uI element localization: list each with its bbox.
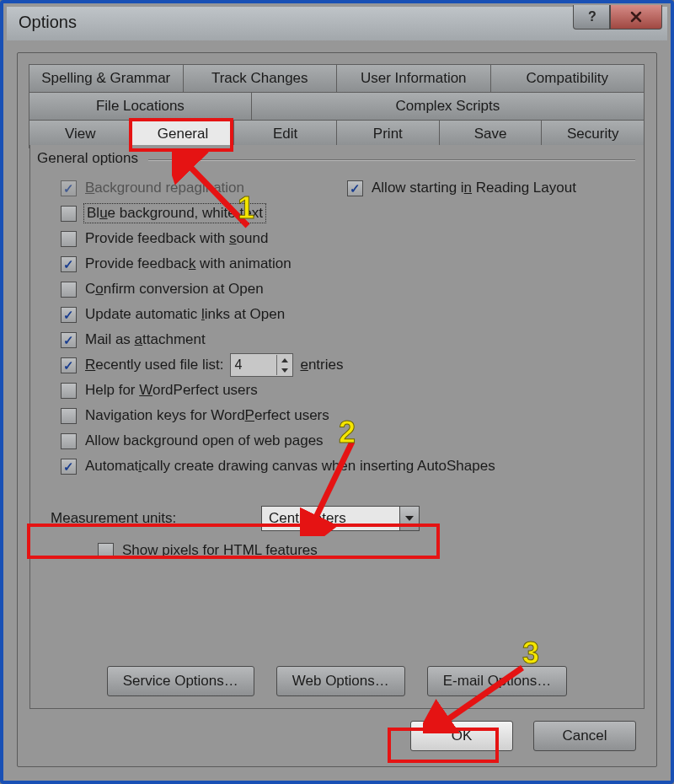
service-options-button[interactable]: Service Options… [107,666,254,696]
checkbox-navkeys-wordperfect[interactable] [61,408,77,424]
label-background-repagination: Background repagination [85,180,244,196]
spinner-down-icon[interactable] [277,365,292,375]
general-panel: General options Allow starting in Readin… [29,145,645,709]
checkbox-show-pixels-html[interactable] [98,543,114,559]
label-confirm-conversion: Confirm conversion at Open [85,281,264,298]
label-recent-files: Recently used file list: [85,357,223,373]
spinner-arrows[interactable] [276,355,292,375]
checkbox-background-open-web[interactable] [61,433,77,449]
tab-security[interactable]: Security [541,120,645,148]
tab-print[interactable]: Print [336,120,440,148]
tab-edit[interactable]: Edit [233,120,337,148]
svg-text:?: ? [588,9,596,24]
combo-value: Centimeters [262,510,399,527]
dialog-client: Spelling & Grammar Track Changes User In… [17,52,657,767]
group-divider [148,159,635,160]
checkbox-blue-background[interactable] [61,206,77,222]
checkbox-feedback-animation[interactable] [61,256,77,272]
label-entries: entries [300,357,343,373]
window-title: Options [19,13,77,32]
label-navkeys-wordperfect: Navigation keys for WordPerfect users [85,407,329,424]
checkbox-mail-attachment[interactable] [61,332,77,348]
label-show-pixels-html: Show pixels for HTML features [122,542,318,559]
options-dialog: Options ? Spelling & Grammar Track Chang… [0,0,674,784]
ok-button[interactable]: OK [410,721,513,751]
input-recent-files[interactable] [231,355,276,375]
tab-compatibility[interactable]: Compatibility [490,64,645,93]
label-update-links: Update automatic links at Open [85,306,285,323]
label-auto-canvas: Automatically create drawing canvas when… [85,458,495,475]
tab-general[interactable]: General [131,120,235,148]
checkbox-auto-canvas[interactable] [61,459,77,475]
checkbox-background-repagination [61,180,77,196]
label-help-wordperfect: Help for WordPerfect users [85,382,258,399]
label-feedback-sound: Provide feedback with sound [85,230,268,247]
label-mail-attachment: Mail as attachment [85,331,206,348]
checkbox-confirm-conversion[interactable] [61,282,77,298]
tab-user-information[interactable]: User Information [336,64,491,93]
tab-strip: Spelling & Grammar Track Changes User In… [29,65,645,146]
label-blue-background: Blue background, white text [85,205,265,222]
help-button[interactable]: ? [573,5,610,30]
group-title: General options [37,150,138,167]
tab-file-locations[interactable]: File Locations [29,92,252,121]
tab-save[interactable]: Save [439,120,543,148]
titlebar: Options ? [7,7,667,40]
tab-spelling-grammar[interactable]: Spelling & Grammar [29,64,184,93]
label-measurement-units: Measurement units: [51,510,261,527]
checkbox-recent-files[interactable] [61,357,77,373]
web-options-button[interactable]: Web Options… [276,666,405,696]
checkbox-help-wordperfect[interactable] [61,383,77,399]
label-background-open-web: Allow background open of web pages [85,432,324,449]
cancel-button[interactable]: Cancel [533,721,636,751]
tab-complex-scripts[interactable]: Complex Scripts [251,92,645,121]
spinner-up-icon[interactable] [277,355,292,365]
tab-track-changes[interactable]: Track Changes [183,64,338,93]
checkbox-feedback-sound[interactable] [61,231,77,247]
checkbox-update-links[interactable] [61,307,77,323]
email-options-button[interactable]: E-mail Options… [427,666,567,696]
label-feedback-animation: Provide feedback with animation [85,255,292,272]
dropdown-icon[interactable] [399,507,419,530]
combo-measurement-units[interactable]: Centimeters [261,506,420,531]
spinner-recent-files[interactable] [230,353,293,377]
close-button[interactable] [610,5,662,30]
tab-view[interactable]: View [29,120,132,148]
